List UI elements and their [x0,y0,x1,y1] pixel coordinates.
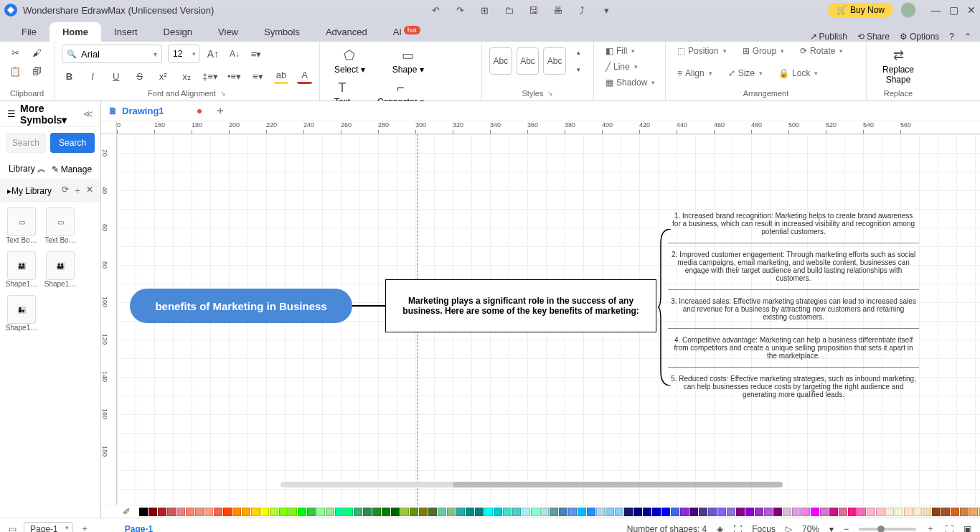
search-input[interactable]: Search [6,133,46,153]
color-swatch[interactable] [550,508,558,516]
color-swatch[interactable] [615,508,623,516]
list-item[interactable]: 2. Improved customer engagement: Through… [668,243,919,290]
color-swatch[interactable] [475,508,484,516]
canvas-viewport[interactable]: 0160180200220240260280300320340360380400… [101,121,980,505]
new-icon[interactable]: ⊞ [477,3,491,17]
highlight-icon[interactable]: ab [274,68,289,84]
redo-icon[interactable]: ↷ [453,3,467,17]
fill-button[interactable]: ◧Fill▾ [601,45,658,57]
lock-button[interactable]: 🔒Lock▾ [774,67,822,80]
manage-button[interactable]: ✎ Manage [52,164,92,174]
color-swatch[interactable] [885,508,894,516]
color-swatch[interactable] [279,508,288,516]
color-swatch[interactable] [512,508,521,516]
color-swatch[interactable] [195,508,204,516]
color-swatch[interactable] [857,508,866,516]
color-swatch[interactable] [923,508,931,516]
color-swatch[interactable] [764,508,773,516]
color-swatch[interactable] [326,508,334,516]
color-swatch[interactable] [410,508,418,516]
color-swatch[interactable] [587,508,595,516]
color-swatch[interactable] [708,508,717,516]
shape-library-item[interactable]: ▭Text Bo… [44,207,76,244]
color-swatch[interactable] [606,508,614,516]
color-swatch[interactable] [960,508,969,516]
color-swatch[interactable] [624,508,633,516]
italic-icon[interactable]: I [85,68,100,84]
color-swatch[interactable] [633,508,642,516]
style-preset-3[interactable]: Abc [543,47,566,75]
export-icon[interactable]: ⤴ [575,3,589,17]
color-swatch[interactable] [382,508,390,516]
position-button[interactable]: ⬚Position▾ [673,45,731,57]
menu-design[interactable]: Design [151,22,205,42]
bullet-list-icon[interactable]: •≡▾ [227,68,242,84]
connector-line-1[interactable] [352,305,385,307]
play-icon[interactable]: ▷ [786,524,792,533]
color-swatch[interactable] [596,508,605,516]
color-swatch[interactable] [363,508,372,516]
color-swatch[interactable] [503,508,512,516]
font-dialog-launcher-icon[interactable]: ↘ [220,90,226,97]
color-swatch[interactable] [419,508,428,516]
color-swatch[interactable] [717,508,726,516]
line-spacing-icon[interactable]: ‡≡▾ [202,68,218,84]
add-page-button[interactable]: ＋ [80,523,89,532]
color-swatch[interactable] [568,508,577,516]
underline-icon[interactable]: U [108,68,123,84]
color-swatch[interactable] [223,508,232,516]
color-swatch[interactable] [540,508,549,516]
color-swatch[interactable] [260,508,269,516]
color-swatch[interactable] [867,508,875,516]
color-swatch[interactable] [466,508,474,516]
page-selector[interactable]: Page-1 [24,522,73,533]
font-name-select[interactable]: Arial [62,45,162,63]
menu-ai[interactable]: AIhot [380,22,433,42]
options-button[interactable]: ⚙ Options [900,32,939,42]
color-swatch[interactable] [242,508,250,516]
size-button[interactable]: ⤢Size▾ [724,67,767,80]
node-main-topic[interactable]: benefits of Marketing in Business [130,289,352,323]
open-icon[interactable]: 🗀 [501,3,516,17]
search-button[interactable]: Search [50,133,95,153]
color-swatch[interactable] [307,508,316,516]
color-swatch[interactable] [251,508,260,516]
collapse-ribbon-icon[interactable]: ⌃ [964,32,971,42]
menu-view[interactable]: View [205,22,251,42]
color-swatch[interactable] [270,508,278,516]
list-item[interactable]: 4. Competitive advantage: Marketing can … [668,329,919,368]
copy-icon[interactable]: 🗐 [29,63,44,79]
number-list-icon[interactable]: ≡▾ [250,68,265,84]
styles-dialog-launcher-icon[interactable]: ↘ [547,90,553,97]
color-swatch[interactable] [839,508,847,516]
doc-tab-drawing1[interactable]: 🗎 Drawing1 [108,106,202,116]
list-item[interactable]: 5. Reduced costs: Effective marketing st… [668,368,919,406]
eyedropper-icon[interactable]: ✐ [123,506,134,517]
shape-library-item[interactable]: ▭Text Bo… [6,207,37,244]
color-swatch[interactable] [428,508,437,516]
format-painter-icon[interactable]: 🖌 [29,45,44,60]
shadow-button[interactable]: ▦Shadow▾ [601,76,658,89]
color-swatch[interactable] [820,508,829,516]
more-symbols-title[interactable]: More Symbols▾ [20,103,83,126]
menu-file[interactable]: File [9,22,50,42]
style-scroll-up-icon[interactable]: ▴ [570,45,586,60]
color-swatch[interactable] [643,508,651,516]
list-item[interactable]: 3. Increased sales: Effective marketing … [668,290,919,329]
color-swatch[interactable] [559,508,567,516]
cut-icon[interactable]: ✂ [7,45,23,60]
zoom-out-icon[interactable]: − [844,524,849,533]
color-swatch[interactable] [204,508,213,516]
color-swatch[interactable] [773,508,782,516]
hamburger-icon[interactable]: ☰ [7,108,16,119]
buy-now-button[interactable]: 🛒 Buy Now [828,3,893,17]
color-swatch[interactable] [783,508,791,516]
color-swatch[interactable] [176,508,185,516]
color-swatch[interactable] [335,508,344,516]
color-swatch[interactable] [149,508,157,516]
color-swatch[interactable] [186,508,194,516]
color-swatch[interactable] [400,508,409,516]
lib-refresh-icon[interactable]: ⟳ [62,185,69,197]
color-swatch[interactable] [652,508,661,516]
zoom-knob[interactable] [877,526,885,533]
